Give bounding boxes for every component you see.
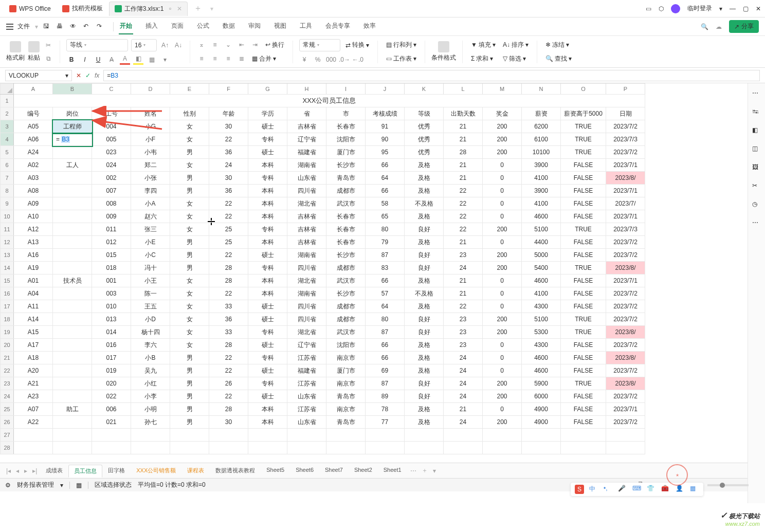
col-header-E[interactable]: E [170,84,209,95]
dec-inc-icon[interactable]: .0→ [339,54,350,65]
row-header-10[interactable]: 10 [1,210,14,223]
cell[interactable]: 64 [366,172,405,185]
cell[interactable]: 36 [209,146,248,159]
cell[interactable]: 66 [366,352,405,364]
cell[interactable] [53,197,92,210]
cell[interactable]: 江苏省 [287,377,326,390]
cell[interactable]: 张三 [131,223,170,236]
cell[interactable]: 28 [209,262,248,274]
cell[interactable]: 009 [92,210,131,223]
header-cell[interactable]: 工号 [92,107,131,120]
cell[interactable]: 24 [444,377,483,390]
cell[interactable] [53,416,92,429]
cell[interactable]: 男 [170,185,209,197]
cell[interactable]: 4300 [522,300,561,313]
indent-dec-icon[interactable]: ⇤ [236,40,247,50]
cell[interactable]: 21 [444,287,483,300]
cell[interactable]: 0 [483,287,522,300]
cell[interactable]: 200 [483,416,522,429]
cell[interactable]: 小B [131,352,170,364]
cell[interactable]: 辽宁省 [287,133,326,146]
cell[interactable]: 2023/7/2 [606,236,645,249]
cell[interactable]: 6200 [522,120,561,133]
cell[interactable]: 10100 [522,146,561,159]
cell[interactable]: A05 [14,120,53,133]
row-header-2[interactable]: 2 [1,107,14,120]
fontsize-selector[interactable]: 16▾ [131,39,157,51]
cell[interactable]: 小F [131,133,170,146]
cell[interactable]: 33 [209,326,248,339]
cell[interactable]: FALSE [561,236,606,249]
cell[interactable]: 87 [366,377,405,390]
row-header-3[interactable]: 3 [1,120,14,133]
cell[interactable]: 95 [366,146,405,159]
cell[interactable]: FALSE [561,159,606,172]
cell[interactable]: 四川省 [287,185,326,197]
sheet-tab[interactable]: 田字格 [102,464,131,477]
cell[interactable]: 005 [92,133,131,146]
cell[interactable]: 58 [366,197,405,210]
cell[interactable]: 0 [483,197,522,210]
sheet-first-icon[interactable]: |◂ [4,467,13,474]
cell[interactable]: 四川省 [287,262,326,274]
cell[interactable]: TRUE [561,146,606,159]
row-header-15[interactable]: 15 [1,274,14,287]
header-cell[interactable]: 等级 [405,107,444,120]
cell[interactable] [92,429,131,442]
cell[interactable]: FALSE [561,287,606,300]
cell[interactable]: A07 [14,403,53,416]
cell[interactable]: 36 [209,185,248,197]
cell[interactable]: 良好 [405,313,444,326]
fx-icon[interactable]: fx [95,72,99,79]
cell[interactable]: FALSE [561,249,606,262]
cell[interactable] [53,364,92,377]
format-painter[interactable]: 格式刷 [6,41,25,62]
header-cell[interactable]: 岗位 [53,107,92,120]
cell[interactable]: 69 [366,364,405,377]
cell[interactable]: 008 [92,197,131,210]
cell[interactable]: 工人 [53,159,92,172]
login-label[interactable]: 临时登录 [687,4,712,13]
ime-toolbar[interactable]: S 中 •, 🎤 ⌨ 👕 🧰 👤 ▦ [571,483,703,496]
cell[interactable]: 2023/8/ [606,377,645,390]
cell[interactable]: 017 [92,352,131,364]
add-sheet-icon[interactable]: ＋ [420,466,430,475]
cell[interactable]: 武汉市 [326,326,366,339]
cell[interactable]: 5300 [522,326,561,339]
sheet-tab[interactable]: 员工信息 [68,465,102,478]
file-menu[interactable]: 文件 [17,22,30,31]
row-header-12[interactable]: 12 [1,236,14,249]
formula-input[interactable]: =B3 [103,70,760,81]
cell[interactable]: A06 [14,133,53,146]
cell[interactable]: 小E [131,236,170,249]
find-button[interactable]: 🔍查找▾ [543,53,574,64]
cell[interactable]: FALSE [561,274,606,287]
cell[interactable]: 硕士 [248,339,287,352]
cell[interactable]: 女 [170,133,209,146]
cell[interactable]: 王五 [131,300,170,313]
row-header-8[interactable]: 8 [1,185,14,197]
ime-user-icon[interactable]: 👤 [676,485,685,494]
cell[interactable]: 成都市 [326,185,366,197]
cell[interactable]: 女 [170,159,209,172]
cell[interactable]: 女 [170,197,209,210]
cell[interactable]: FALSE [561,364,606,377]
cell[interactable]: 33 [209,300,248,313]
cell[interactable]: 003 [92,287,131,300]
cell[interactable]: 25 [209,236,248,249]
cell[interactable]: 57 [366,287,405,300]
cell[interactable]: 湖北省 [287,274,326,287]
status-mgr[interactable]: 财务报表管理 [17,481,54,489]
cell[interactable]: 孙七 [131,416,170,429]
cell[interactable]: 0 [483,172,522,185]
cell[interactable]: 22 [209,390,248,403]
cell[interactable]: 015 [92,249,131,262]
dec-dec-icon[interactable]: ←.0 [353,54,363,65]
cell[interactable]: 2023/7/1 [606,185,645,197]
ime-keyboard-icon[interactable]: ⌨ [632,485,642,494]
cell[interactable]: 及格 [405,210,444,223]
cell[interactable]: 200 [483,390,522,403]
document-tab[interactable]: 工作簿3.xlsx:1 ⚬ ✕ [109,2,188,16]
cell[interactable] [606,429,645,442]
row-header-20[interactable]: 20 [1,339,14,352]
